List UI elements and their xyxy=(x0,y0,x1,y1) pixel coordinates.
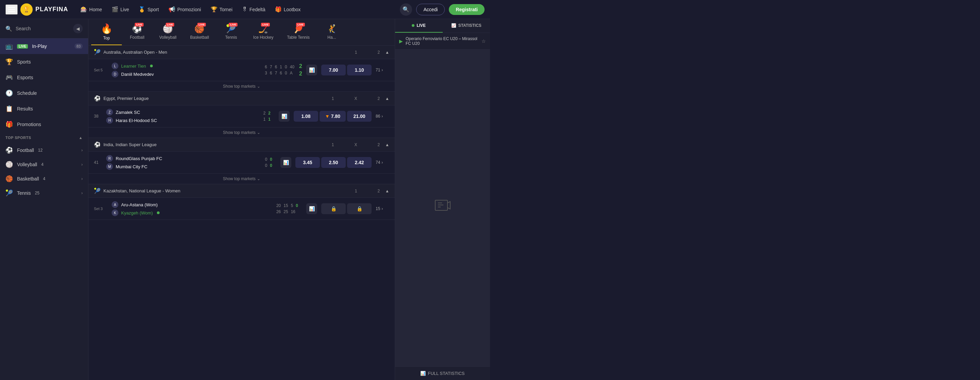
sidebar-sport-basketball[interactable]: 🏀 Basketball 4 › xyxy=(0,172,88,186)
score-1b-6: A xyxy=(290,71,293,76)
fire-icon: 🔥 xyxy=(101,23,113,34)
down-arrow-icon: ▼ xyxy=(325,114,330,119)
odds-section-4: 🔒 🔒 xyxy=(321,203,372,214)
star-button[interactable]: ☆ xyxy=(482,38,486,44)
esports-label: Esports xyxy=(17,75,33,80)
odd-btn-3a[interactable]: 3.45 xyxy=(295,157,320,168)
league-1-name: Australia, Australian Open - Men xyxy=(103,50,355,55)
score-1b-1: 3 xyxy=(265,71,267,76)
odd-btn-3b[interactable]: 2.50 xyxy=(321,157,346,168)
sidebar-item-inplay[interactable]: 📺 LIVE In-Play 83 xyxy=(0,38,88,54)
odd-btn-2a[interactable]: 1.08 xyxy=(294,111,318,122)
sidebar-sport-football[interactable]: ⚽ Football 12 › xyxy=(0,143,88,157)
col4-2: 2 xyxy=(377,188,380,193)
sidebar-sport-volleyball[interactable]: 🏐 Volleyball 4 › xyxy=(0,157,88,172)
league-4-toggle[interactable]: ▲ xyxy=(385,188,389,193)
score-1a-4: 1 xyxy=(280,65,282,69)
stats-button-1[interactable]: 📊 xyxy=(306,65,317,76)
nav-tornei[interactable]: 🏆 Tornei xyxy=(207,4,237,14)
live-match-item[interactable]: ▶ Operario Ferroviario EC U20 – Mirassol… xyxy=(395,33,490,50)
sidebar-collapse-button[interactable]: ◀ xyxy=(73,24,83,33)
football-tab-icon: ⚽LIVE xyxy=(132,24,142,34)
show-markets-2[interactable]: Show top markets ⌄ xyxy=(89,127,395,138)
icehockey-live-indicator: LIVE xyxy=(261,23,270,27)
volleyball-live-indicator: LIVE xyxy=(166,23,175,27)
tab-live[interactable]: LIVE xyxy=(395,19,443,33)
tennis-tab-icon: 🎾LIVE xyxy=(226,24,236,34)
team-row-2b: H Haras El-Hodood SC xyxy=(106,117,259,124)
score-4b-3: 16 xyxy=(291,209,295,214)
football-label: Football xyxy=(17,147,34,153)
show-markets-3[interactable]: Show top markets ⌄ xyxy=(89,174,395,184)
current-score-1a: 2 xyxy=(299,63,302,69)
more-bets-1[interactable]: 71 › xyxy=(375,68,389,73)
tab-handball[interactable]: 🤾 Ha... xyxy=(317,20,347,44)
sidebar-item-schedule[interactable]: 🕐 Schedule xyxy=(0,86,88,101)
tab-statistics[interactable]: 📈 STATISTICS xyxy=(443,19,490,33)
odd-btn-3c[interactable]: 2.42 xyxy=(347,157,372,168)
current-score-3b: 0 xyxy=(270,163,272,168)
odd-btn-2c[interactable]: 21.00 xyxy=(347,111,372,122)
tab-football[interactable]: ⚽LIVE Football xyxy=(122,20,153,44)
team-logo-2b: H xyxy=(106,117,113,124)
tab-icehockey[interactable]: 🏒LIVE Ice Hockey xyxy=(247,20,280,44)
league-2-toggle[interactable]: ▲ xyxy=(385,96,389,101)
show-markets-1[interactable]: Show top markets ⌄ xyxy=(89,81,395,92)
top-sports-header[interactable]: TOP SPORTS ▲ xyxy=(0,132,88,143)
score-3a: 0 xyxy=(265,157,267,162)
odd-btn-2b[interactable]: ▼ 7.80 xyxy=(320,111,346,122)
tornei-icon: 🏆 xyxy=(211,6,218,13)
tab-tabletennis[interactable]: 🏓LIVE Table Tennis xyxy=(280,20,317,44)
sidebar-item-sports[interactable]: 🏆 Sports xyxy=(0,54,88,70)
football-icon: ⚽ xyxy=(5,147,13,154)
team-row-1a: L Learner Tien xyxy=(111,63,261,69)
tab-tennis[interactable]: 🎾LIVE Tennis xyxy=(216,20,247,44)
sidebar-item-results[interactable]: 📋 Results xyxy=(0,101,88,117)
schedule-label: Schedule xyxy=(17,90,37,96)
league-2-icon: ⚽ xyxy=(94,95,101,101)
nav-home[interactable]: 🎰 Home xyxy=(76,4,106,14)
odd-btn-1b[interactable]: 1.10 xyxy=(347,65,372,76)
current-score-2b: 1 xyxy=(268,117,270,122)
full-stats-icon: 📊 xyxy=(420,371,426,376)
hamburger-button[interactable] xyxy=(5,5,18,14)
league-3-toggle[interactable]: ▲ xyxy=(385,142,389,147)
full-stats-button[interactable]: 📊 FULL STATISTICS xyxy=(395,366,490,380)
tab-top[interactable]: 🔥 Top xyxy=(91,19,122,45)
odd-btn-4a[interactable]: 🔒 xyxy=(321,203,346,214)
nav-promozioni[interactable]: 📢 Promozioni xyxy=(164,4,205,14)
team-row-2a: Z Zamalek SC xyxy=(106,109,259,116)
league-1-toggle[interactable]: ▲ xyxy=(385,50,389,55)
search-button[interactable]: 🔍 xyxy=(400,3,412,16)
tab-volleyball[interactable]: 🏐LIVE Volleyball xyxy=(153,20,183,44)
login-button[interactable]: Accedi xyxy=(416,4,445,15)
more-bets-3[interactable]: 74 › xyxy=(375,160,389,165)
tab-basketball[interactable]: 🏀LIVE Basketball xyxy=(183,20,216,44)
nav-lootbox[interactable]: 🎁 Lootbox xyxy=(271,4,305,14)
sidebar-search[interactable]: 🔍 Search ◀ xyxy=(0,19,88,38)
sidebar-item-esports[interactable]: 🎮 Esports xyxy=(0,70,88,86)
nav-live[interactable]: 🎬 Live xyxy=(108,4,134,14)
stats-button-3[interactable]: 📊 xyxy=(280,157,291,168)
team-name-4a: Aru-Astana (Wom) xyxy=(121,202,158,207)
sidebar-item-promotions[interactable]: 🎁 Promotions xyxy=(0,117,88,132)
league-header-3: ⚽ India, Indian Super League 1 X 2 ▲ xyxy=(89,138,395,152)
brand-logo[interactable]: 🏆 PLAYFINA xyxy=(21,3,68,16)
nav-sport[interactable]: 🏅 Sport xyxy=(134,4,163,14)
stats-button-4[interactable]: 📊 xyxy=(306,203,317,214)
volleyball-icon: 🏐 xyxy=(5,161,13,168)
current-score-3a: 0 xyxy=(270,157,272,162)
nav-fedelta[interactable]: 🎖 Fedeltà xyxy=(238,5,269,14)
statistics-icon: 📈 xyxy=(451,23,456,28)
odd-btn-1a[interactable]: 7.00 xyxy=(321,65,346,76)
register-button[interactable]: Registrati xyxy=(449,4,485,15)
stats-button-2[interactable]: 📊 xyxy=(279,111,290,122)
active-dot xyxy=(150,65,153,67)
odds-section-1: 7.00 1.10 xyxy=(321,65,372,76)
more-bets-4[interactable]: 15 › xyxy=(375,206,389,211)
team-row-4a: A Aru-Astana (Wom) xyxy=(111,201,272,208)
right-panel: LIVE 📈 STATISTICS ▶ Operario Ferroviario… xyxy=(395,19,490,380)
sidebar-sport-tennis[interactable]: 🎾 Tennis 25 › xyxy=(0,186,88,200)
more-bets-2[interactable]: 86 › xyxy=(375,114,389,119)
odd-btn-4b[interactable]: 🔒 xyxy=(347,203,372,214)
